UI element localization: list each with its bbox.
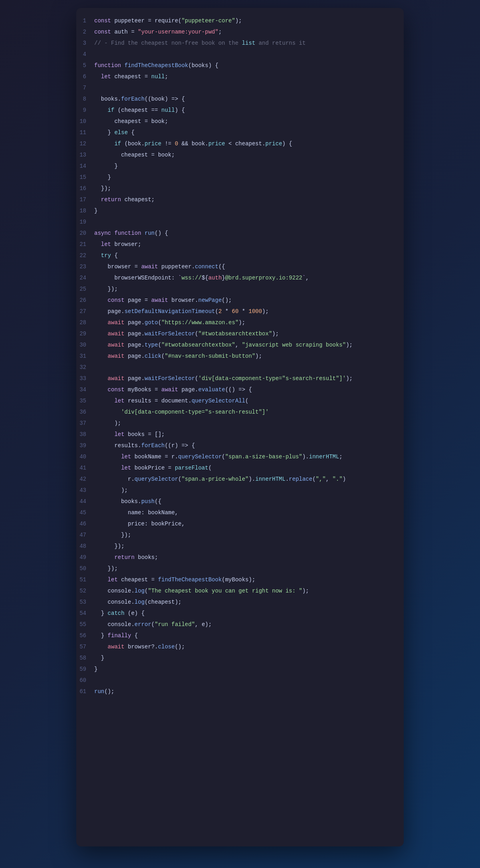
line-number: 11 <box>76 129 94 136</box>
line-number: 35 <box>76 398 94 404</box>
line-number: 18 <box>76 208 94 214</box>
line-content: await page.goto("https://www.amazon.es")… <box>94 318 245 327</box>
line-number: 13 <box>76 152 94 158</box>
line-content: await page.click("#nav-search-submit-but… <box>94 352 262 361</box>
code-line: 4 <box>76 50 404 61</box>
line-content: } else { <box>94 128 135 137</box>
line-content: }); <box>94 184 111 193</box>
code-line: 53 console.log(cheapest); <box>76 597 404 608</box>
line-content: books.forEach((book) => { <box>94 95 185 103</box>
line-number: 48 <box>76 543 94 549</box>
line-content: } <box>94 654 104 662</box>
line-number: 58 <box>76 655 94 661</box>
line-number: 40 <box>76 454 94 460</box>
line-content: cheapest = book; <box>94 151 175 159</box>
line-content: } catch (e) { <box>94 609 145 618</box>
line-content: cheapest = book; <box>94 117 168 126</box>
line-number: 52 <box>76 588 94 594</box>
line-content: let browser; <box>94 240 141 249</box>
code-line: 23 browser = await puppeteer.connect({ <box>76 262 404 273</box>
code-line: 9 if (cheapest == null) { <box>76 105 404 117</box>
line-content: let cheapest = null; <box>94 72 168 81</box>
code-line: 24 browserWSEndpoint: `wss://${auth}@brd… <box>76 273 404 284</box>
code-line: 6 let cheapest = null; <box>76 72 404 83</box>
line-content: ); <box>94 486 128 495</box>
line-content: // - Find the cheapest non-free book on … <box>94 39 305 48</box>
line-number: 14 <box>76 163 94 169</box>
line-number: 38 <box>76 431 94 438</box>
line-number: 10 <box>76 118 94 125</box>
line-content: let cheapest = findTheCheapestBook(myBoo… <box>94 575 255 584</box>
line-number: 56 <box>76 632 94 639</box>
line-number: 2 <box>76 29 94 35</box>
line-content <box>94 83 97 92</box>
line-content: let bookName = r.querySelector("span.a-s… <box>94 452 343 461</box>
code-line: 35 let results = document.querySelectorA… <box>76 396 404 407</box>
line-number: 19 <box>76 219 94 225</box>
line-number: 36 <box>76 409 94 415</box>
code-line: 16 }); <box>76 184 404 195</box>
code-line: 5function findTheCheapestBook(books) { <box>76 61 404 72</box>
line-content: books.push({ <box>94 497 161 506</box>
code-line: 7 <box>76 83 404 94</box>
line-content: }); <box>94 285 118 293</box>
code-line: 54 } catch (e) { <box>76 608 404 620</box>
code-line: 20async function run() { <box>76 228 404 240</box>
line-number: 37 <box>76 420 94 426</box>
line-content: let results = document.querySelectorAll( <box>94 396 249 405</box>
line-number: 17 <box>76 196 94 203</box>
line-number: 23 <box>76 264 94 270</box>
line-number: 44 <box>76 498 94 505</box>
line-number: 6 <box>76 73 94 80</box>
line-number: 5 <box>76 62 94 69</box>
line-number: 28 <box>76 319 94 326</box>
code-line: 37 ); <box>76 418 404 430</box>
line-number: 43 <box>76 487 94 493</box>
line-content: await page.waitForSelector('div[data-com… <box>94 374 353 383</box>
code-line: 3// - Find the cheapest non-free book on… <box>76 38 404 50</box>
code-line: 14 } <box>76 161 404 172</box>
line-number: 20 <box>76 230 94 236</box>
line-number: 30 <box>76 342 94 348</box>
code-line: 31 await page.click("#nav-search-submit-… <box>76 351 404 363</box>
line-content: page.setDefaultNavigationTimeout(2 * 60 … <box>94 307 269 316</box>
line-number: 57 <box>76 644 94 650</box>
line-content <box>94 363 97 372</box>
line-number: 22 <box>76 252 94 259</box>
code-line: 50 }); <box>76 564 404 575</box>
line-content: } <box>94 665 97 674</box>
code-line: 33 await page.waitForSelector('div[data-… <box>76 374 404 385</box>
line-content: }); <box>94 531 131 539</box>
code-line: 28 await page.goto("https://www.amazon.e… <box>76 318 404 329</box>
code-line: 19 <box>76 217 404 228</box>
line-content: 'div[data-component-type="s-search-resul… <box>94 408 269 416</box>
line-number: 60 <box>76 677 94 684</box>
code-line: 56 } finally { <box>76 631 404 642</box>
line-number: 33 <box>76 375 94 382</box>
line-content: r.querySelector("span.a-price-whole").in… <box>94 475 346 484</box>
line-content: results.forEach((r) => { <box>94 441 195 450</box>
line-content: return cheapest; <box>94 195 155 204</box>
line-number: 29 <box>76 331 94 337</box>
code-line: 27 page.setDefaultNavigationTimeout(2 * … <box>76 307 404 318</box>
code-line: 25 }); <box>76 284 404 295</box>
line-content: ); <box>94 419 121 428</box>
line-content: } <box>94 206 97 215</box>
code-line: 36 'div[data-component-type="s-search-re… <box>76 407 404 418</box>
line-number: 45 <box>76 509 94 516</box>
line-content: const auth = "your-username:your-pwd"; <box>94 28 222 36</box>
line-number: 51 <box>76 577 94 583</box>
code-line: 55 console.error("run failed", e); <box>76 620 404 631</box>
line-content: console.error("run failed", e); <box>94 620 212 629</box>
line-content: }); <box>94 542 125 551</box>
code-line: 47 }); <box>76 530 404 541</box>
code-line: 17 return cheapest; <box>76 195 404 206</box>
line-content: const page = await browser.newPage(); <box>94 296 232 305</box>
line-content: const myBooks = await page.evaluate(() =… <box>94 385 252 394</box>
line-number: 27 <box>76 308 94 315</box>
code-line: 10 cheapest = book; <box>76 117 404 128</box>
code-line: 58 } <box>76 653 404 664</box>
line-content: } <box>94 162 118 170</box>
code-line: 61run(); <box>76 687 404 698</box>
code-line: 44 books.push({ <box>76 497 404 508</box>
